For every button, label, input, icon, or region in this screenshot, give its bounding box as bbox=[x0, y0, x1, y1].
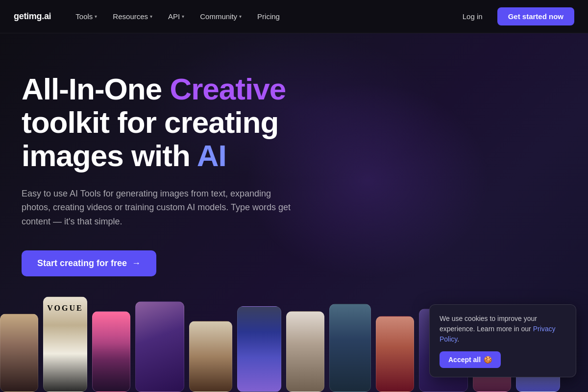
nav-tools[interactable]: Tools ▾ bbox=[69, 8, 104, 24]
gallery-image-4 bbox=[135, 301, 184, 392]
cta-label: Start creating for free bbox=[37, 258, 127, 269]
hero-section: All-In-One Creative toolkit for creating… bbox=[0, 33, 588, 392]
cookie-notice: We use cookies to improve your experienc… bbox=[429, 304, 576, 377]
nav-resources[interactable]: Resources ▾ bbox=[106, 8, 159, 24]
navbar: getimg.ai Tools ▾ Resources ▾ API ▾ Comm… bbox=[0, 0, 588, 33]
start-creating-button[interactable]: Start creating for free → bbox=[22, 250, 156, 276]
gallery-image-7 bbox=[286, 311, 324, 392]
hero-title-part1: All-In-One bbox=[22, 72, 170, 106]
gallery-image-5 bbox=[189, 321, 232, 392]
chevron-down-icon: ▾ bbox=[182, 14, 184, 19]
nav-pricing[interactable]: Pricing bbox=[250, 8, 287, 24]
nav-community[interactable]: Community ▾ bbox=[193, 8, 248, 24]
gallery-image-3 bbox=[92, 311, 130, 392]
accept-cookies-button[interactable]: Accept all 🍪 bbox=[440, 351, 501, 368]
chevron-down-icon: ▾ bbox=[150, 14, 152, 19]
hero-title: All-In-One Creative toolkit for creating… bbox=[22, 73, 335, 173]
gallery-image-2 bbox=[43, 296, 87, 392]
gallery-image-6 bbox=[237, 306, 281, 392]
nav-api[interactable]: API ▾ bbox=[161, 8, 191, 24]
login-button[interactable]: Log in bbox=[456, 8, 490, 24]
cookie-icon: 🍪 bbox=[484, 356, 492, 364]
nav-links: Tools ▾ Resources ▾ API ▾ Community ▾ Pr… bbox=[69, 8, 455, 24]
chevron-down-icon: ▾ bbox=[239, 14, 242, 19]
gallery-image-8 bbox=[329, 304, 371, 392]
hero-content: All-In-One Creative toolkit for creating… bbox=[22, 73, 335, 276]
nav-right: Log in Get started now bbox=[456, 7, 574, 25]
get-started-button[interactable]: Get started now bbox=[497, 7, 574, 25]
logo[interactable]: getimg.ai bbox=[14, 11, 51, 22]
arrow-icon: → bbox=[132, 258, 141, 269]
hero-subtitle: Easy to use AI Tools for generating imag… bbox=[22, 187, 296, 229]
hero-title-part2: toolkit for creating images with bbox=[22, 105, 278, 172]
hero-title-creative: Creative bbox=[170, 72, 286, 106]
chevron-down-icon: ▾ bbox=[95, 14, 97, 19]
accept-label: Accept all bbox=[448, 356, 481, 364]
hero-title-ai: AI bbox=[197, 139, 226, 172]
cookie-text: We use cookies to improve your experienc… bbox=[440, 314, 566, 344]
gallery-image-1 bbox=[0, 314, 38, 392]
gallery-image-9 bbox=[376, 316, 414, 392]
